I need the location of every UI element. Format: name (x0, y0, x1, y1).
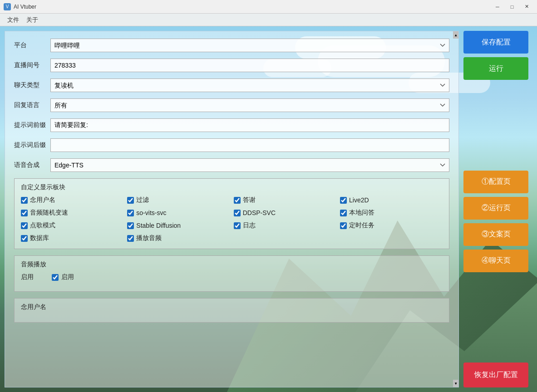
reply-lang-control: 所有 中文 英文 (50, 98, 449, 112)
checkbox-live2d-label: Live2D (349, 196, 369, 204)
checkbox-local-qa[interactable]: 本地问答 (340, 209, 443, 217)
sidebar: 保存配置 运行 ①配置页 ②运行页 ③文案页 ④聊天页 恢复出厂配置 (459, 31, 532, 387)
maximize-button[interactable]: □ (505, 2, 519, 11)
read-username-section-title: 念用户名 (21, 303, 443, 311)
enable-label-2: 启用 (61, 273, 74, 281)
checkbox-audio-speed[interactable]: 音频随机变速 (21, 209, 123, 217)
main-area: 平台 哔哩哔哩 抖音 YouTube 直播间号 聊天类型 (0, 26, 537, 392)
audio-play-title: 音频播放 (21, 260, 443, 269)
sidebar-spacer (463, 83, 532, 167)
menubar: 文件 关于 (0, 14, 537, 26)
prefix-input[interactable] (50, 118, 449, 132)
platform-row: 平台 哔哩哔哩 抖音 YouTube (14, 39, 449, 52)
prefix-row: 提示词前缀 (14, 118, 449, 132)
checkbox-play-audio-input[interactable] (127, 235, 134, 242)
reply-lang-select[interactable]: 所有 中文 英文 (50, 98, 449, 112)
platform-label: 平台 (14, 41, 50, 49)
enable-row: 启用 启用 (21, 273, 443, 281)
config-panel: 平台 哔哩哔哩 抖音 YouTube 直播间号 聊天类型 (5, 31, 459, 387)
checkbox-database-input[interactable] (21, 235, 28, 242)
page2-button[interactable]: ②运行页 (463, 197, 528, 220)
enable-item-1[interactable]: 启用 (21, 273, 34, 281)
checkbox-database[interactable]: 数据库 (21, 234, 123, 242)
checkbox-thanks[interactable]: 答谢 (234, 196, 336, 204)
room-control (50, 59, 449, 72)
checkbox-stable-diffusion-label: Stable Diffusion (136, 222, 181, 229)
checkbox-scheduled-tasks[interactable]: 定时任务 (340, 221, 443, 230)
checkbox-ddsp[interactable]: DDSP-SVC (234, 209, 336, 217)
page1-button[interactable]: ①配置页 (463, 171, 528, 193)
checkbox-audio-speed-label: 音频随机变速 (30, 209, 68, 217)
checkbox-filter-label: 过滤 (136, 196, 149, 204)
prefix-label: 提示词前缀 (14, 121, 50, 129)
minimize-button[interactable]: ─ (491, 2, 504, 11)
checkbox-song-mode-label: 点歌模式 (30, 221, 55, 230)
enable-checkbox-2[interactable] (52, 274, 59, 281)
sidebar-spacer-2 (463, 276, 532, 359)
custom-display-title: 自定义显示板块 (21, 183, 443, 191)
enable-item-2[interactable]: 启用 (52, 273, 74, 281)
room-input[interactable] (50, 59, 449, 72)
checkbox-filter-input[interactable] (127, 197, 134, 204)
app-icon: V (4, 3, 11, 10)
checkbox-database-label: 数据库 (30, 234, 49, 242)
checkbox-so-vits[interactable]: so-vits-svc (127, 209, 230, 217)
checkbox-song-mode-input[interactable] (21, 222, 28, 229)
chat-type-select[interactable]: 复读机 AI 自定义 (50, 78, 449, 92)
room-label: 直播间号 (14, 61, 50, 69)
restore-factory-button[interactable]: 恢复出厂配置 (463, 363, 528, 387)
tts-control: Edge-TTS VITS Azure TTS (50, 158, 449, 172)
platform-select[interactable]: 哔哩哔哩 抖音 YouTube (50, 39, 449, 52)
scroll-arrow-up[interactable]: ▲ (453, 31, 458, 39)
titlebar: V AI Vtuber ─ □ ✕ (0, 0, 537, 14)
checkbox-local-qa-input[interactable] (340, 210, 347, 216)
checkbox-live2d[interactable]: Live2D (340, 196, 443, 204)
close-button[interactable]: ✕ (520, 2, 533, 11)
checkbox-so-vits-input[interactable] (127, 210, 134, 216)
checkbox-log-label: 日志 (243, 221, 256, 230)
checkbox-audio-speed-input[interactable] (21, 210, 28, 216)
checkbox-song-mode[interactable]: 点歌模式 (21, 221, 123, 230)
suffix-label: 提示词后缀 (14, 141, 50, 149)
page4-button[interactable]: ④聊天页 (463, 250, 528, 272)
suffix-control (50, 138, 449, 152)
checkbox-log-input[interactable] (234, 222, 241, 229)
checkbox-filter[interactable]: 过滤 (127, 196, 230, 204)
checkbox-live2d-input[interactable] (340, 197, 347, 204)
chat-type-label: 聊天类型 (14, 81, 50, 89)
run-button[interactable]: 运行 (463, 57, 528, 80)
suffix-row: 提示词后缀 (14, 138, 449, 152)
chat-type-control: 复读机 AI 自定义 (50, 78, 449, 92)
custom-display-section: 自定义显示板块 念用户名 过滤 答谢 (14, 178, 449, 249)
suffix-input[interactable] (50, 138, 449, 152)
checkbox-thanks-input[interactable] (234, 197, 241, 204)
checkbox-scheduled-tasks-input[interactable] (340, 222, 347, 229)
enable-label-1: 启用 (21, 273, 34, 281)
scroll-arrow-down[interactable]: ▼ (453, 380, 458, 387)
menu-about[interactable]: 关于 (23, 15, 42, 25)
checkbox-play-audio[interactable]: 播放音频 (127, 234, 230, 242)
audio-play-section: 音频播放 启用 启用 (14, 255, 449, 292)
reply-lang-label: 回复语言 (14, 101, 50, 109)
checkbox-read-username[interactable]: 念用户名 (21, 196, 123, 204)
tts-select[interactable]: Edge-TTS VITS Azure TTS (50, 158, 449, 172)
checkbox-read-username-input[interactable] (21, 197, 28, 204)
config-scroll[interactable]: 平台 哔哩哔哩 抖音 YouTube 直播间号 聊天类型 (5, 31, 458, 387)
platform-control: 哔哩哔哩 抖音 YouTube (50, 39, 449, 52)
checkbox-stable-diffusion-input[interactable] (127, 222, 134, 229)
save-config-button[interactable]: 保存配置 (463, 31, 528, 54)
checkbox-scheduled-tasks-label: 定时任务 (349, 221, 374, 230)
checkbox-ddsp-input[interactable] (234, 210, 241, 216)
app-title: AI Vtuber (14, 4, 491, 10)
chat-type-row: 聊天类型 复读机 AI 自定义 (14, 78, 449, 92)
checkbox-local-qa-label: 本地问答 (349, 209, 374, 217)
checkbox-ddsp-label: DDSP-SVC (243, 209, 276, 216)
menu-file[interactable]: 文件 (4, 15, 23, 25)
reply-lang-row: 回复语言 所有 中文 英文 (14, 98, 449, 112)
window-controls: ─ □ ✕ (491, 2, 533, 11)
room-row: 直播间号 (14, 59, 449, 72)
checkbox-play-audio-label: 播放音频 (136, 234, 162, 242)
checkbox-stable-diffusion[interactable]: Stable Diffusion (127, 221, 230, 230)
checkbox-log[interactable]: 日志 (234, 221, 336, 230)
page3-button[interactable]: ③文案页 (463, 223, 528, 246)
